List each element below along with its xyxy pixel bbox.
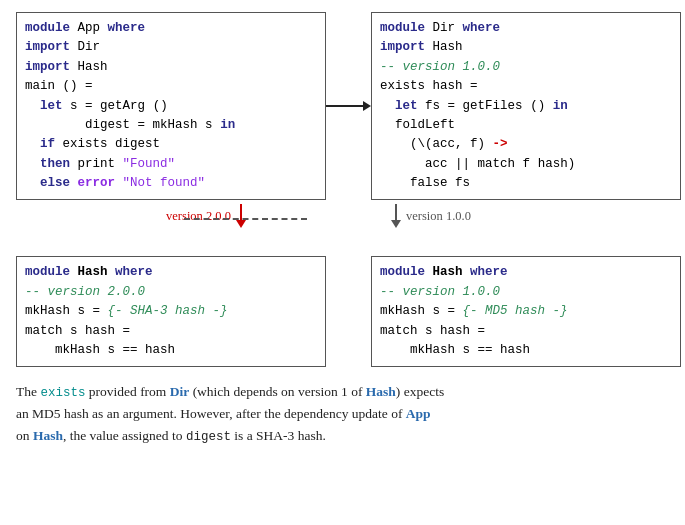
code-line: mkHash s = {- SHA-3 hash -} bbox=[25, 302, 317, 321]
right-version-block: version 1.0.0 bbox=[371, 200, 669, 256]
top-row: module App where import Dir import Hash … bbox=[16, 12, 669, 200]
version-right-label: version 1.0.0 bbox=[406, 209, 471, 224]
center-dashed bbox=[326, 200, 371, 256]
desc-text-8: is a SHA-3 hash. bbox=[231, 428, 326, 443]
code-line: mkHash s == hash bbox=[380, 341, 672, 360]
desc-text-7: , the value assigned to bbox=[63, 428, 186, 443]
bottom-row: module Hash where -- version 2.0.0 mkHas… bbox=[16, 256, 669, 367]
desc-text-6: on bbox=[16, 428, 33, 443]
code-line: acc || match f hash) bbox=[380, 155, 672, 174]
code-line: mkHash s = {- MD5 hash -} bbox=[380, 302, 672, 321]
code-line: match s hash = bbox=[25, 322, 317, 341]
code-line: let fs = getFiles () in bbox=[380, 97, 672, 116]
bottom-left-code: module Hash where -- version 2.0.0 mkHas… bbox=[16, 256, 326, 367]
desc-text-1: The bbox=[16, 384, 40, 399]
code-line: if exists digest bbox=[25, 135, 317, 154]
red-arrow-head bbox=[236, 220, 246, 228]
desc-text-4: ) expects bbox=[396, 384, 444, 399]
horizontal-arrow-container bbox=[326, 12, 371, 200]
arrow-line bbox=[326, 105, 363, 107]
bottom-spacer bbox=[326, 256, 371, 367]
desc-hash-2: Hash bbox=[33, 428, 63, 443]
desc-hash-1: Hash bbox=[366, 384, 396, 399]
code-line: then print "Found" bbox=[25, 155, 317, 174]
version-left-label: version 2.0.0 bbox=[166, 209, 231, 224]
horizontal-arrow bbox=[326, 101, 371, 111]
gray-arrow-head bbox=[391, 220, 401, 228]
code-line: match s hash = bbox=[380, 322, 672, 341]
code-line: let s = getArg () bbox=[25, 97, 317, 116]
desc-text-5: an MD5 hash as an argument. However, aft… bbox=[16, 406, 406, 421]
top-right-code: module Dir where import Hash -- version … bbox=[371, 12, 681, 200]
code-line: mkHash s == hash bbox=[25, 341, 317, 360]
desc-text-3: (which depends on version 1 of bbox=[189, 384, 366, 399]
arrow-head bbox=[363, 101, 371, 111]
code-line: import Hash bbox=[25, 58, 317, 77]
code-line: -- version 1.0.0 bbox=[380, 58, 672, 77]
diagram: module App where import Dir import Hash … bbox=[16, 12, 669, 367]
code-line: import Hash bbox=[380, 38, 672, 57]
desc-dir: Dir bbox=[170, 384, 190, 399]
right-version-row: version 1.0.0 bbox=[391, 204, 471, 228]
desc-exists: exists bbox=[40, 386, 85, 400]
code-line: module Dir where bbox=[380, 19, 672, 38]
code-line: -- version 2.0.0 bbox=[25, 283, 317, 302]
gray-arrow-line bbox=[395, 204, 397, 220]
code-line: module App where bbox=[25, 19, 317, 38]
code-line: foldLeft bbox=[380, 116, 672, 135]
code-line: false fs bbox=[380, 174, 672, 193]
code-line: import Dir bbox=[25, 38, 317, 57]
middle-section: version 2.0.0 version 1.0.0 bbox=[16, 200, 669, 256]
gray-down-arrow bbox=[391, 204, 401, 228]
left-version-block: version 2.0.0 bbox=[16, 200, 326, 256]
top-left-code: module App where import Dir import Hash … bbox=[16, 12, 326, 200]
code-line: module Hash where bbox=[380, 263, 672, 282]
desc-text-2: provided from bbox=[85, 384, 169, 399]
left-version-row: version 2.0.0 bbox=[166, 204, 246, 228]
code-line: digest = mkHash s in bbox=[25, 116, 317, 135]
code-line: main () = bbox=[25, 77, 317, 96]
dashed-line bbox=[184, 218, 307, 220]
desc-digest: digest bbox=[186, 430, 231, 444]
code-line: module Hash where bbox=[25, 263, 317, 282]
code-line: else error "Not found" bbox=[25, 174, 317, 193]
code-line: exists hash = bbox=[380, 77, 672, 96]
description: The exists provided from Dir (which depe… bbox=[16, 381, 669, 447]
code-line: (\(acc, f) -> bbox=[380, 135, 672, 154]
bottom-right-code: module Hash where -- version 1.0.0 mkHas… bbox=[371, 256, 681, 367]
red-down-arrow bbox=[236, 204, 246, 228]
code-line: -- version 1.0.0 bbox=[380, 283, 672, 302]
desc-app: App bbox=[406, 406, 431, 421]
